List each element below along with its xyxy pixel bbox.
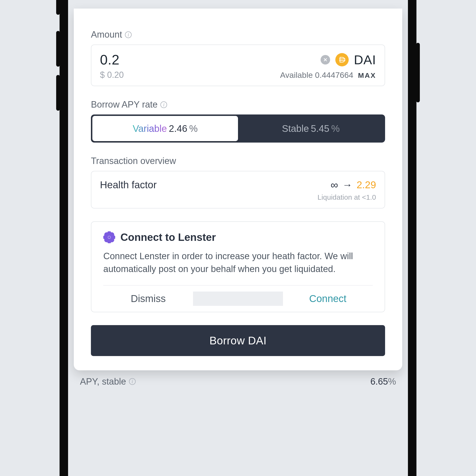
liquidation-note: Liquidation at <1.0 (100, 193, 376, 201)
hf-from: ∞ (331, 179, 338, 191)
dai-token-icon (335, 53, 349, 67)
apy-stable-option[interactable]: Stable 5.45% (238, 116, 384, 141)
connect-button[interactable]: Connect (283, 286, 373, 312)
info-icon[interactable]: i (125, 32, 132, 38)
clear-amount-button[interactable] (321, 55, 330, 65)
underlay-value: 6.65% (370, 376, 396, 387)
lenster-actions: Dismiss Connect (103, 285, 373, 312)
arrow-right-icon: → (342, 179, 352, 191)
underlay-apy-row: APY, stable i 6.65% (74, 370, 402, 387)
divider (193, 291, 283, 306)
amount-card: 0.2 DAI $ 0.20 (91, 45, 385, 86)
info-icon[interactable]: i (160, 102, 167, 108)
phone-power-button (416, 43, 420, 102)
lenster-body: Connect Lenster in order to increase you… (103, 250, 373, 276)
phone-mute-switch (56, 0, 60, 15)
amount-label: Amount (91, 30, 122, 40)
max-button[interactable]: MAX (358, 71, 376, 80)
underlay-label: APY, stable (80, 376, 126, 387)
health-factor-value: ∞ → 2.29 (331, 179, 376, 191)
amount-label-row: Amount i (91, 30, 385, 40)
token-symbol: DAI (354, 52, 376, 67)
phone-screen: Amount i 0.2 DAI (68, 0, 408, 476)
phone-volume-up (56, 31, 60, 67)
borrow-dialog: Amount i 0.2 DAI (74, 9, 402, 370)
available-balance: Available 0.4447664 (280, 70, 354, 80)
apy-label-row: Borrow APY rate i (91, 100, 385, 110)
hf-to: 2.29 (357, 179, 376, 191)
amount-fiat: $ 0.20 (100, 70, 124, 80)
phone-volume-down (56, 75, 60, 111)
borrow-button[interactable]: Borrow DAI (91, 325, 385, 356)
apy-rate-toggle: Variable 2.46% Stable 5.45% (91, 115, 385, 143)
lenster-flower-icon (103, 231, 115, 243)
info-icon[interactable]: i (129, 378, 136, 385)
lenster-title: Connect to Lenster (120, 231, 216, 243)
close-icon (323, 57, 328, 62)
health-factor-label: Health factor (100, 179, 157, 191)
overview-card: Health factor ∞ → 2.29 Liquidation at <1… (91, 171, 385, 208)
apy-label: Borrow APY rate (91, 100, 157, 110)
overview-label: Transaction overview (91, 156, 385, 166)
dismiss-button[interactable]: Dismiss (103, 286, 193, 312)
svg-point-11 (108, 236, 110, 238)
phone-frame: Amount i 0.2 DAI (60, 0, 416, 476)
amount-input[interactable]: 0.2 (100, 52, 119, 68)
lenster-card: Connect to Lenster Connect Lenster in or… (91, 221, 385, 312)
apy-variable-option[interactable]: Variable 2.46% (92, 116, 238, 141)
